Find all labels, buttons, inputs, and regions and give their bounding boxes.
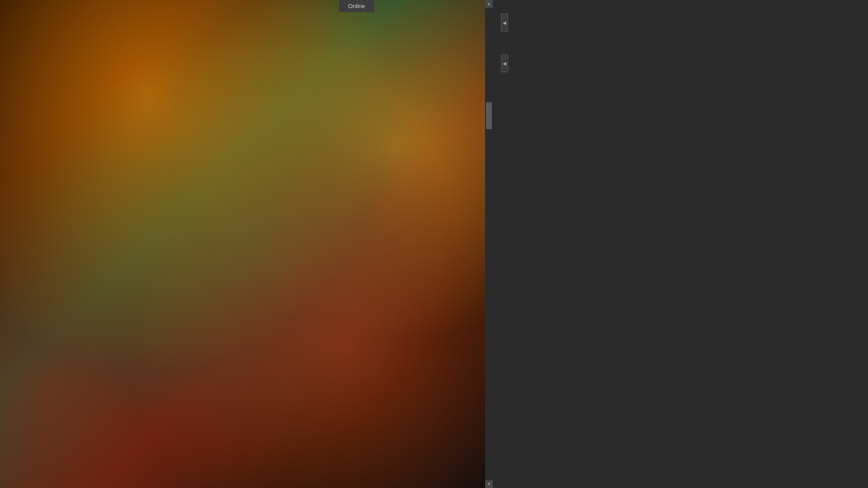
right-panel: 👁 Layer 3 New Layer... Shift+Ctrl+N New …: [493, 0, 868, 488]
panel-collapse-arrow-mid[interactable]: ◀: [501, 54, 508, 72]
canvas-area: [0, 0, 493, 488]
scrollbar-track[interactable]: [485, 8, 493, 480]
online-tab-label: Online: [348, 3, 365, 9]
scroll-down-arrow[interactable]: ▼: [485, 480, 493, 488]
panel-collapse-arrow-top[interactable]: ◀: [501, 14, 508, 32]
canvas-image: [0, 0, 493, 488]
scroll-up-arrow[interactable]: ▲: [485, 0, 493, 8]
online-tab[interactable]: Online: [339, 0, 375, 12]
scrollbar-thumb[interactable]: [486, 102, 492, 129]
canvas-scrollbar[interactable]: ▲ ▼: [485, 0, 493, 488]
